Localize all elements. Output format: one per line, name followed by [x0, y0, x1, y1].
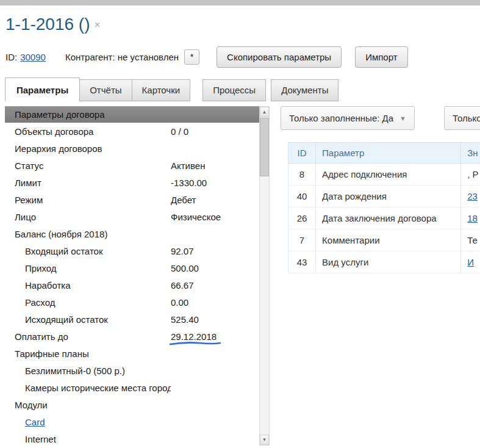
tab-parametry[interactable]: Параметры — [5, 78, 80, 101]
param-label: Приход — [5, 263, 171, 273]
param-row[interactable]: Наработка66.67 — [5, 276, 259, 294]
column-header[interactable]: Зн — [461, 143, 480, 164]
contragent-select-button[interactable]: * — [184, 49, 199, 65]
param-row[interactable]: Иерархия договоров — [5, 140, 259, 157]
table-row[interactable]: 40Дата рождения23 — [288, 186, 480, 208]
param-row[interactable]: Исходящий остаток525.40 — [5, 311, 259, 328]
cell-param: Дата рождения — [316, 186, 461, 208]
param-row[interactable]: Card — [5, 413, 259, 430]
main-area: Параметры договора Объекты договора0 / 0… — [0, 101, 480, 446]
param-label: Исходящий остаток — [5, 314, 171, 325]
tab-dokumenty[interactable]: Документы — [271, 79, 339, 101]
param-row[interactable]: Лимит-1330.00 — [5, 174, 259, 191]
param-row[interactable]: Модули — [5, 396, 259, 413]
param-row[interactable]: Оплатить до29.12.2018 — [5, 328, 259, 345]
param-label: Режим — [5, 195, 171, 205]
param-label: Оплатить до — [5, 331, 171, 342]
param-row[interactable]: Internet — [5, 430, 259, 446]
param-table-head-row: IDПараметрЗн — [288, 143, 480, 164]
param-label: Расход — [5, 297, 171, 308]
cell-param: Вид услуги — [316, 251, 461, 273]
column-header[interactable]: ID — [288, 143, 316, 164]
param-row[interactable]: РежимДебет — [5, 191, 259, 208]
table-row[interactable]: 7КомментарииТе — [288, 229, 480, 251]
filter-filled-only-label: Только заполненные: Да — [289, 113, 393, 123]
cell-id: 8 — [288, 164, 316, 186]
param-value: 0 / 0 — [171, 126, 259, 137]
param-label: Лицо — [5, 212, 171, 222]
param-value: Активен — [171, 161, 259, 171]
vertical-scrollbar[interactable]: ▲ ▼ — [259, 106, 270, 446]
contract-id-link[interactable]: 30090 — [20, 52, 46, 62]
params-table-panel: Только заполненные: Да ▼ Только IDПараме… — [279, 106, 480, 446]
tab-processy[interactable]: Процессы — [202, 79, 266, 101]
param-value: 500.00 — [171, 263, 259, 273]
table-row[interactable]: 43Вид услугиИ — [288, 251, 480, 273]
copy-params-button[interactable]: Скопировать параметры — [217, 46, 342, 68]
contragent-label: Контрагент: не установлен — [65, 52, 179, 62]
param-row[interactable]: Баланс (ноября 2018) — [5, 225, 259, 242]
tab-bar: ПараметрыОтчётыКарточкиПроцессыДокументы — [0, 78, 480, 101]
value-link[interactable]: И — [467, 257, 474, 267]
param-value: 66.67 — [171, 280, 259, 291]
param-row[interactable]: Камеры исторические места города (0 р.) — [5, 379, 259, 396]
table-row[interactable]: 8Адрес подключения, Р — [288, 164, 480, 186]
cell-id: 40 — [288, 186, 316, 208]
info-bar: ID: 30090 Контрагент: не установлен * Ск… — [0, 34, 480, 76]
scroll-down-icon[interactable]: ▼ — [260, 435, 269, 445]
param-row[interactable]: ЛицоФизическое — [5, 208, 259, 225]
contract-params-panel: Параметры договора Объекты договора0 / 0… — [5, 106, 270, 446]
param-label: Камеры исторические места города (0 р.) — [5, 383, 171, 393]
table-row[interactable]: 26Дата заключения договора18 — [288, 208, 480, 229]
cell-value[interactable]: И — [461, 251, 480, 273]
param-value: 92.07 — [171, 246, 259, 256]
param-label: Баланс (ноября 2018) — [5, 229, 171, 239]
param-row[interactable]: Входящий остаток92.07 — [5, 242, 259, 259]
tab-otchety[interactable]: Отчёты — [79, 79, 132, 101]
cell-value[interactable]: 23 — [461, 186, 480, 208]
param-row[interactable]: Расход0.00 — [5, 294, 259, 311]
param-value: 525.40 — [171, 314, 259, 325]
column-header[interactable]: Параметр — [316, 143, 461, 164]
tab-kartochki[interactable]: Карточки — [132, 79, 191, 101]
import-button[interactable]: Импорт — [355, 46, 407, 68]
param-value: -1330.00 — [171, 178, 259, 188]
cell-param: Адрес подключения — [316, 164, 461, 186]
param-value: 29.12.2018 — [171, 331, 259, 342]
param-label: Лимит — [5, 178, 171, 188]
cell-value[interactable]: 18 — [461, 208, 480, 229]
scrollbar-thumb[interactable] — [260, 118, 269, 176]
param-table: IDПараметрЗн 8Адрес подключения, Р40Дата… — [288, 142, 480, 273]
module-link[interactable]: Card — [5, 417, 171, 427]
params-tree-header[interactable]: Параметры договора — [5, 106, 259, 123]
page-title: 1-1-2016 () — [5, 15, 90, 34]
cell-id: 43 — [288, 251, 316, 273]
param-row[interactable]: Приход500.00 — [5, 259, 259, 276]
param-value: 0.00 — [171, 297, 259, 308]
close-icon[interactable]: × — [95, 19, 101, 31]
filter-second-dropdown[interactable]: Только — [444, 106, 480, 130]
hand-drawn-underline — [169, 341, 221, 346]
chevron-down-icon: ▼ — [399, 115, 406, 122]
scrollbar-track[interactable] — [260, 117, 269, 435]
param-label: Наработка — [5, 280, 171, 291]
value-link[interactable]: 23 — [467, 191, 478, 201]
value-link[interactable]: 18 — [467, 213, 478, 223]
param-table-body: 8Адрес подключения, Р40Дата рождения2326… — [288, 164, 480, 273]
cell-value: Те — [461, 229, 480, 251]
param-row[interactable]: Объекты договора0 / 0 — [5, 123, 259, 140]
param-value: Дебет — [171, 195, 259, 205]
param-label: Объекты договора — [5, 126, 171, 137]
filter-second-label: Только — [453, 113, 480, 123]
filter-row: Только заполненные: Да ▼ Только — [279, 106, 480, 131]
param-row[interactable]: Тарифные планы — [5, 345, 259, 362]
scroll-up-icon[interactable]: ▲ — [260, 107, 269, 117]
contract-params-list: Параметры договора Объекты договора0 / 0… — [5, 106, 259, 446]
param-label: Тарифные планы — [5, 349, 171, 359]
param-label: Статус — [5, 161, 171, 171]
filter-filled-only-dropdown[interactable]: Только заполненные: Да ▼ — [281, 106, 415, 130]
param-row[interactable]: Безлимитный-0 (500 р.) — [5, 362, 259, 379]
cell-id: 26 — [288, 208, 316, 229]
param-row[interactable]: СтатусАктивен — [5, 157, 259, 174]
param-label: Internet — [5, 434, 171, 444]
